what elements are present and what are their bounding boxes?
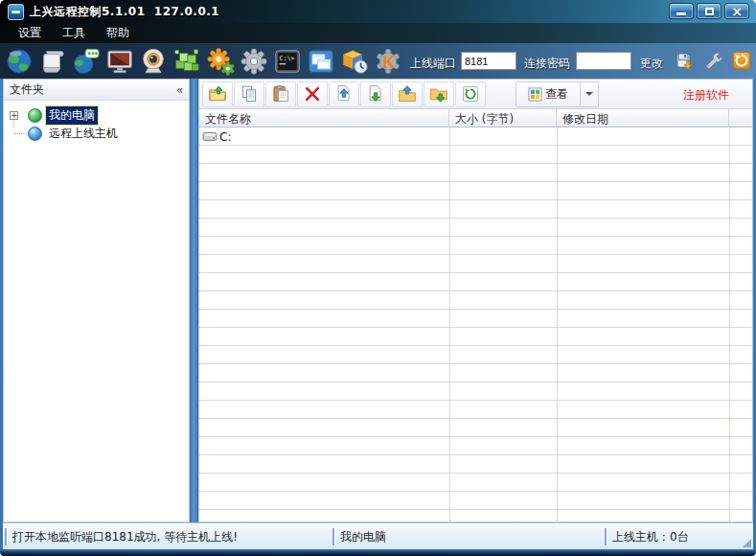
- globe-transfer-icon[interactable]: [71, 46, 101, 76]
- close-icon: ×: [731, 5, 743, 18]
- remote-screen-icon[interactable]: [104, 46, 134, 76]
- port-label: 上线端口: [410, 56, 456, 72]
- column-header-size[interactable]: 大小 (字节): [449, 109, 557, 127]
- copy-button[interactable]: [234, 81, 264, 107]
- column-header-filler: [729, 109, 752, 127]
- collapse-panel-button[interactable]: «: [176, 84, 183, 96]
- folder-download-button[interactable]: [424, 81, 454, 107]
- k-process-gear-icon[interactable]: K: [373, 46, 402, 76]
- app-icon-bar: [11, 11, 20, 13]
- register-software-link[interactable]: 注册软件: [683, 87, 729, 104]
- view-dropdown-button[interactable]: [581, 81, 599, 107]
- tree-item-remote-hosts-row: 远程上线主机: [4, 125, 189, 143]
- menu-help[interactable]: 帮助: [98, 23, 138, 43]
- column-header-filename[interactable]: 文件名称: [199, 109, 449, 127]
- file-table-body: C:: [199, 127, 752, 521]
- maximize-button[interactable]: [697, 3, 722, 19]
- internet-globe-icon[interactable]: [4, 46, 34, 76]
- panel-splitter[interactable]: [190, 79, 198, 522]
- grid-line: [729, 127, 730, 521]
- view-button-label: 查看: [545, 86, 568, 103]
- services-gears-icon[interactable]: [205, 46, 235, 76]
- file-download-button[interactable]: [360, 81, 391, 107]
- app-window: 上兴远程控制5.1.01 127.0.0.1 × 设置 工具 帮助: [0, 0, 756, 556]
- script-scroll-icon[interactable]: [37, 46, 67, 76]
- file-panel: 查看 注册软件 文件名称 大小 (字节) 修改日期 C:: [198, 79, 753, 522]
- chevron-down-icon: [585, 92, 593, 96]
- drive-name: C:: [219, 130, 231, 144]
- wrench-icon[interactable]: [704, 51, 723, 70]
- grid-line: [557, 127, 558, 521]
- status-context-section: 我的电脑: [332, 523, 605, 550]
- file-upload-button[interactable]: [329, 81, 359, 107]
- file-table-header: 文件名称 大小 (字节) 修改日期: [199, 109, 752, 127]
- delete-button[interactable]: [297, 81, 328, 107]
- cmd-terminal-icon[interactable]: C:\>: [272, 46, 302, 76]
- window-manager-icon[interactable]: [306, 46, 335, 76]
- save-floppy-icon[interactable]: [674, 51, 693, 70]
- tree-item-my-computer-row: + 我的电脑: [4, 106, 189, 125]
- status-message-section: 打开本地监听端口8181成功, 等待主机上线!: [5, 523, 332, 550]
- system-tools-clock-icon[interactable]: [339, 46, 369, 76]
- svg-text:C:\>: C:\>: [279, 55, 294, 62]
- window-controls: ×: [669, 3, 749, 19]
- window-title: 上兴远程控制5.1.01 127.0.0.1: [30, 4, 219, 20]
- menu-tools[interactable]: 工具: [54, 23, 94, 43]
- window-border-bottom: [0, 549, 756, 556]
- sync-icon[interactable]: [733, 52, 750, 69]
- resize-grip[interactable]: [743, 539, 751, 547]
- password-input[interactable]: [576, 52, 631, 70]
- folder-up-button[interactable]: [202, 81, 233, 107]
- main-toolbar: C:\> K 上线端口 连接密码 更改: [0, 43, 756, 79]
- status-hosts-count: 上线主机：0台: [612, 529, 689, 545]
- grid-line: [449, 127, 450, 521]
- view-button[interactable]: 查看: [515, 81, 581, 107]
- svg-text:K: K: [382, 52, 395, 71]
- minimize-button[interactable]: [669, 3, 694, 19]
- menu-bar: 设置 工具 帮助: [0, 23, 756, 43]
- hard-disk-icon: [202, 130, 218, 143]
- folders-tree: + 我的电脑 远程上线主机: [4, 101, 189, 143]
- port-input[interactable]: [461, 52, 516, 70]
- memory-blocks-icon[interactable]: [172, 46, 201, 76]
- column-header-date[interactable]: 修改日期: [557, 109, 729, 127]
- close-button[interactable]: ×: [724, 3, 749, 19]
- minimize-icon: [676, 12, 686, 15]
- maximize-icon: [705, 8, 714, 15]
- toolbar-icon-strip: C:\> K: [4, 46, 402, 76]
- password-label: 连接密码: [524, 56, 570, 72]
- status-message: 打开本地监听端口8181成功, 等待主机上线!: [12, 529, 238, 545]
- remote-hosts-icon: [28, 127, 42, 141]
- change-button[interactable]: 更改: [640, 56, 663, 72]
- refresh-button[interactable]: [455, 81, 486, 107]
- folders-panel: 文件夹 « + 我的电脑 远程上线主机: [3, 79, 190, 522]
- settings-gear-icon[interactable]: [239, 46, 268, 76]
- tree-item-remote-hosts[interactable]: 远程上线主机: [46, 125, 121, 143]
- folder-upload-button[interactable]: [392, 81, 423, 107]
- file-toolbar: 查看 注册软件: [199, 80, 752, 109]
- status-hosts-section: 上线主机：0台: [605, 523, 748, 550]
- my-computer-icon: [28, 108, 42, 123]
- folders-panel-title: 文件夹: [10, 81, 44, 98]
- app-icon: [8, 4, 24, 20]
- status-context: 我的电脑: [340, 529, 386, 545]
- status-bar: 打开本地监听端口8181成功, 等待主机上线! 我的电脑 上线主机：0台: [3, 522, 753, 549]
- folders-panel-header: 文件夹 «: [4, 80, 189, 101]
- title-bar: 上兴远程控制5.1.01 127.0.0.1 ×: [0, 0, 756, 23]
- tree-connector-h: [14, 133, 26, 134]
- expand-toggle-icon[interactable]: +: [10, 111, 18, 120]
- paste-button[interactable]: [265, 81, 296, 107]
- tree-item-my-computer[interactable]: 我的电脑: [46, 106, 98, 125]
- view-grid-icon: [528, 87, 542, 102]
- menu-settings[interactable]: 设置: [10, 23, 50, 43]
- table-row-drive-c[interactable]: C:: [199, 127, 449, 146]
- webcam-icon[interactable]: [138, 46, 168, 76]
